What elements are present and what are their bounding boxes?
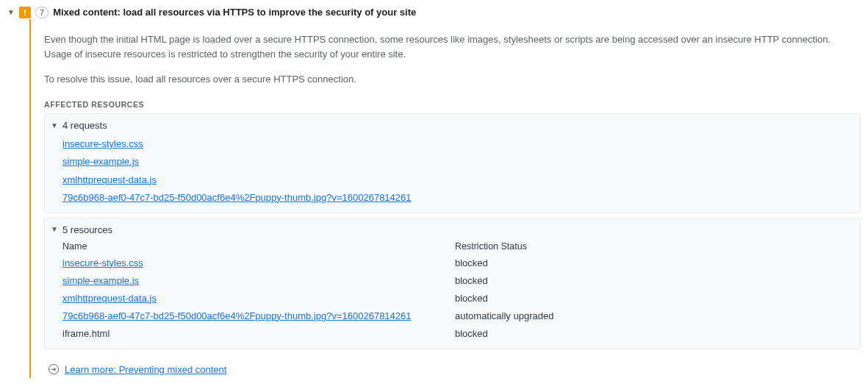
restriction-status: automatically upgraded [455,307,854,325]
resource-name: iframe.html [62,328,110,339]
resources-panel: ▼ 5 resources Name Restriction Status in… [44,218,861,349]
restriction-status: blocked [455,272,854,290]
requests-count-label: 4 requests [62,120,107,131]
issue-title: Mixed content: load all resources via HT… [53,6,416,19]
table-row: simple-example.js blocked [62,272,854,290]
resources-panel-header[interactable]: ▼ 5 resources [45,223,860,238]
restriction-status: blocked [455,325,854,343]
request-link[interactable]: simple-example.js [62,156,139,167]
issue-description-1: Even though the initial HTML page is loa… [44,32,861,62]
resources-count-label: 5 resources [62,224,112,235]
chevron-down-icon: ▼ [51,224,58,235]
warning-icon: ! [19,7,31,18]
restriction-status: blocked [455,290,854,307]
affected-resources-label: AFFECTED RESOURCES [44,100,861,109]
column-header-name: Name [62,241,455,252]
resource-link[interactable]: xmlhttprequest-data.js [62,293,157,304]
issue-count-badge: 7 [35,7,49,18]
restriction-status: blocked [455,254,854,272]
table-row: iframe.html blocked [62,325,854,343]
learn-more-link[interactable]: Learn more: Preventing mixed content [65,364,226,375]
requests-panel: ▼ 4 requests insecure-styles.css simple-… [44,113,861,213]
request-link[interactable]: xmlhttprequest-data.js [62,174,157,185]
table-row: 79c6b968-aef0-47c7-bd25-f50d00acf6e4%2Fp… [62,307,854,325]
resource-link[interactable]: 79c6b968-aef0-47c7-bd25-f50d00acf6e4%2Fp… [62,310,412,321]
table-row: insecure-styles.css blocked [62,254,854,272]
resource-link[interactable]: insecure-styles.css [62,257,143,268]
table-row: xmlhttprequest-data.js blocked [62,290,854,307]
resource-link[interactable]: simple-example.js [62,275,139,286]
issue-description-2: To resolve this issue, load all resource… [44,72,861,87]
requests-panel-header[interactable]: ▼ 4 requests [45,118,860,134]
expand-issue-toggle[interactable]: ▼ [7,6,15,19]
request-link[interactable]: 79c6b968-aef0-47c7-bd25-f50d00acf6e4%2Fp… [62,192,412,203]
request-link[interactable]: insecure-styles.css [62,138,143,149]
column-header-status: Restriction Status [455,241,854,252]
chevron-down-icon: ▼ [51,121,58,131]
arrow-right-circle-icon: ➔ [49,364,59,374]
